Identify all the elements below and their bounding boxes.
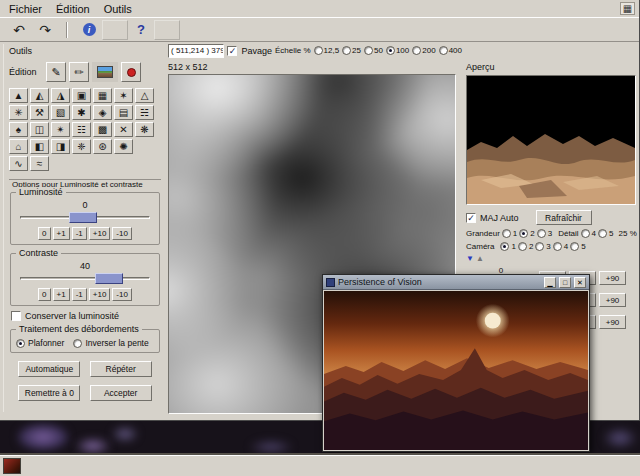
terrain-tool-icon[interactable]: ◭ [30, 88, 49, 103]
minimize-icon[interactable]: ▁ [544, 277, 556, 288]
terrain-tool-icon[interactable]: ◫ [30, 122, 49, 137]
collapse-up-icon[interactable]: ▲ [476, 255, 484, 263]
inverser-radio[interactable] [73, 339, 82, 348]
conserver-checkbox[interactable] [11, 311, 21, 321]
camera-radio-2[interactable] [518, 242, 527, 251]
rotate-plus90-button[interactable]: +90 [599, 271, 626, 285]
terrain-tool-icon[interactable]: ◨ [51, 139, 70, 154]
contraste-value: 40 [16, 261, 154, 271]
terrain-tool-icon[interactable]: ☷ [72, 122, 91, 137]
help-button[interactable]: ? [128, 20, 154, 40]
terrain-tool-icon[interactable]: ▦ [93, 88, 112, 103]
preview-3d-view[interactable] [466, 75, 636, 205]
contraste-minus1-button[interactable]: -1 [72, 288, 87, 301]
terrain-tool-icon[interactable]: ⌂ [9, 139, 28, 154]
terrain-tool-icon[interactable]: ⊛ [93, 139, 112, 154]
terrain-tool-icon[interactable]: ✱ [72, 105, 91, 120]
contraste-slider[interactable] [20, 273, 150, 284]
pavage-checkbox-row[interactable]: ✓ Pavage [227, 46, 272, 56]
luminosite-plus10-button[interactable]: +10 [89, 227, 111, 240]
terrain-tool-icon[interactable]: ∿ [9, 156, 28, 171]
terrain-tool-icon[interactable]: ☵ [135, 105, 154, 120]
plafonner-radio[interactable] [16, 339, 25, 348]
maj-auto-checkbox[interactable]: ✓ [466, 213, 476, 223]
camera-radio-3[interactable] [535, 242, 544, 251]
window-list-icon[interactable]: ▦ [620, 2, 635, 15]
luminosite-minus1-button[interactable]: -1 [72, 227, 87, 240]
detail-radio-4[interactable] [581, 229, 590, 238]
rotate-plus90-button[interactable]: +90 [599, 315, 626, 329]
detail-radio-5[interactable] [598, 229, 607, 238]
rotate-plus90-button[interactable]: +90 [599, 293, 626, 307]
redo-icon[interactable]: ↷ [32, 20, 58, 40]
collapse-down-icon[interactable]: ▼ [466, 255, 474, 263]
terrain-tool-icon[interactable]: ✺ [114, 139, 133, 154]
povray-titlebar[interactable]: Persistence of Vision ▁ □ ✕ [323, 275, 589, 290]
record-tool-button[interactable] [121, 62, 141, 82]
terrain-tool-icon[interactable]: ▩ [93, 122, 112, 137]
camera-radio-5[interactable] [570, 242, 579, 251]
close-icon[interactable]: ✕ [574, 277, 586, 288]
scale-radio-200[interactable]: 200 [412, 46, 435, 55]
canvas-header: ( 511,214 ) 37962 ✓ Pavage Échelle % 12,… [168, 42, 462, 59]
terrain-tool-icon[interactable]: ♠ [9, 122, 28, 137]
terrain-tool-icon[interactable]: ✴ [51, 122, 70, 137]
grandeur-radio-3[interactable] [537, 229, 546, 238]
camera-radio-1[interactable] [500, 242, 509, 251]
terrain-tool-icon[interactable]: ⚒ [30, 105, 49, 120]
scale-radio-12-5[interactable]: 12,5 [314, 46, 340, 55]
terrain-tool-icon[interactable]: ▣ [72, 88, 91, 103]
terrain-tool-icon[interactable]: ◈ [93, 105, 112, 120]
contraste-0-button[interactable]: 0 [38, 288, 50, 301]
contraste-plus1-button[interactable]: +1 [53, 288, 70, 301]
terrain-tool-icon[interactable]: ✶ [114, 88, 133, 103]
rafraichir-button[interactable]: Rafraîchir [536, 210, 592, 225]
luminosite-slider[interactable] [20, 212, 150, 223]
repeter-button[interactable]: Répéter [90, 361, 152, 377]
pavage-checkbox[interactable]: ✓ [227, 46, 237, 56]
grandeur-radio-2[interactable] [519, 229, 528, 238]
luminosite-minus10-button[interactable]: -10 [112, 227, 132, 240]
taskbar-app-icon[interactable] [3, 458, 21, 474]
terrain-tool-icon[interactable]: ✳ [9, 105, 28, 120]
scale-radio-100[interactable]: 100 [386, 46, 409, 55]
terrain-tool-icon[interactable]: ▲ [9, 88, 28, 103]
povray-window[interactable]: Persistence of Vision ▁ □ ✕ [322, 274, 590, 452]
terrain-tool-icon[interactable]: ✕ [114, 122, 133, 137]
luminosite-0-button[interactable]: 0 [38, 227, 50, 240]
undo-icon[interactable]: ↶ [6, 20, 32, 40]
contraste-plus10-button[interactable]: +10 [89, 288, 111, 301]
menu-edition[interactable]: Édition [49, 2, 97, 16]
slider-handle[interactable] [69, 212, 97, 223]
grandeur-radio-1[interactable] [502, 229, 511, 238]
maj-auto-checkbox-row[interactable]: ✓ MAJ Auto [466, 213, 519, 223]
accepter-button[interactable]: Accepter [90, 385, 152, 401]
luminosite-plus1-button[interactable]: +1 [53, 227, 70, 240]
terrain-tool-icon[interactable]: ≈ [30, 156, 49, 171]
terrain-tool-icon[interactable]: ▤ [114, 105, 133, 120]
menu-fichier[interactable]: Fichier [2, 2, 49, 16]
pencil-tool-button[interactable]: ✎ [46, 62, 66, 82]
terrain-tool-icon[interactable]: ◧ [30, 139, 49, 154]
scale-radio-50[interactable]: 50 [364, 46, 383, 55]
remettre-button[interactable]: Remettre à 0 [18, 385, 80, 401]
menu-outils[interactable]: Outils [97, 2, 139, 16]
povray-window-icon [326, 278, 335, 287]
maximize-icon[interactable]: □ [559, 277, 571, 288]
luminosite-label: Luminosité [16, 187, 66, 197]
terrain-tool-icon[interactable]: △ [135, 88, 154, 103]
conserver-checkbox-row[interactable]: Conserver la luminosité [11, 311, 159, 321]
terrain-view-tool-button[interactable] [92, 62, 118, 82]
contraste-minus10-button[interactable]: -10 [112, 288, 132, 301]
terrain-tool-icon[interactable]: ▧ [51, 105, 70, 120]
terrain-tool-icon[interactable]: ❋ [135, 122, 154, 137]
info-button[interactable]: i [76, 20, 102, 40]
scale-radio-400[interactable]: 400 [439, 46, 462, 55]
camera-radio-4[interactable] [553, 242, 562, 251]
terrain-tool-icon[interactable]: ◮ [51, 88, 70, 103]
terrain-tool-icon[interactable]: ❈ [72, 139, 91, 154]
stylus-tool-button[interactable]: ✏ [69, 62, 89, 82]
slider-handle[interactable] [95, 273, 123, 284]
scale-radio-25[interactable]: 25 [342, 46, 361, 55]
automatique-button[interactable]: Automatique [18, 361, 80, 377]
